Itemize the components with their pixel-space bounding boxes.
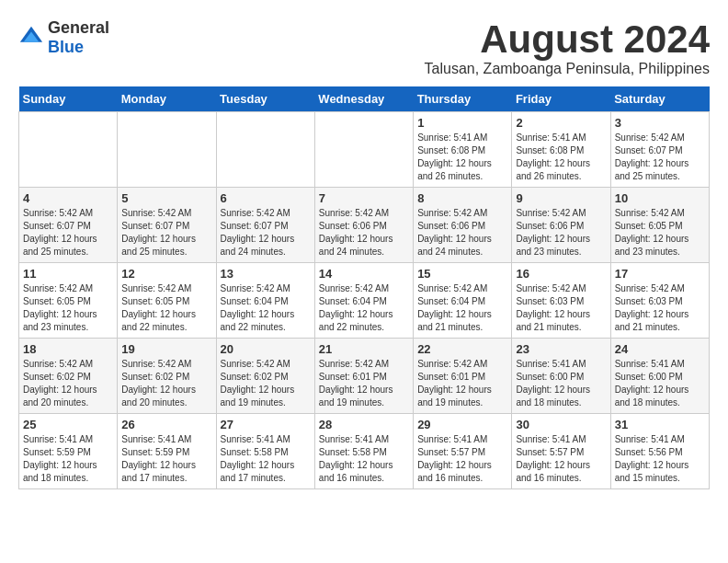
weekday-header-saturday: Saturday	[610, 86, 709, 112]
calendar-cell: 8Sunrise: 5:42 AM Sunset: 6:06 PM Daylig…	[414, 188, 512, 263]
day-number: 25	[23, 418, 113, 431]
weekday-header-sunday: Sunday	[19, 86, 118, 112]
calendar-cell: 9Sunrise: 5:42 AM Sunset: 6:06 PM Daylig…	[512, 188, 610, 263]
calendar-cell: 14Sunrise: 5:42 AM Sunset: 6:04 PM Dayli…	[314, 263, 413, 339]
day-number: 21	[319, 342, 409, 356]
logo-text-blue: Blue	[48, 38, 84, 56]
day-number: 28	[319, 418, 409, 431]
day-info: Sunrise: 5:42 AM Sunset: 6:07 PM Dayligh…	[23, 207, 113, 259]
calendar-cell: 25Sunrise: 5:41 AM Sunset: 5:59 PM Dayli…	[19, 414, 118, 489]
title-section: August 2024 Talusan, Zamboanga Peninsula…	[425, 18, 710, 77]
day-number: 12	[121, 267, 211, 281]
weekday-header-wednesday: Wednesday	[314, 86, 413, 112]
calendar-cell: 22Sunrise: 5:42 AM Sunset: 6:01 PM Dayli…	[414, 339, 512, 414]
day-info: Sunrise: 5:42 AM Sunset: 6:04 PM Dayligh…	[417, 282, 507, 334]
calendar-cell	[19, 112, 118, 188]
day-number: 16	[516, 267, 606, 281]
day-info: Sunrise: 5:42 AM Sunset: 6:01 PM Dayligh…	[417, 358, 507, 409]
calendar-cell: 20Sunrise: 5:42 AM Sunset: 6:02 PM Dayli…	[216, 339, 314, 414]
calendar-cell: 4Sunrise: 5:42 AM Sunset: 6:07 PM Daylig…	[19, 188, 118, 263]
day-number: 17	[615, 267, 705, 281]
calendar-title: August 2024	[425, 18, 710, 61]
day-info: Sunrise: 5:41 AM Sunset: 5:59 PM Dayligh…	[23, 433, 113, 485]
day-info: Sunrise: 5:42 AM Sunset: 6:06 PM Dayligh…	[319, 207, 409, 259]
day-info: Sunrise: 5:42 AM Sunset: 6:07 PM Dayligh…	[615, 132, 705, 183]
calendar-cell: 17Sunrise: 5:42 AM Sunset: 6:03 PM Dayli…	[610, 263, 709, 339]
day-info: Sunrise: 5:42 AM Sunset: 6:02 PM Dayligh…	[221, 358, 311, 409]
day-info: Sunrise: 5:42 AM Sunset: 6:03 PM Dayligh…	[516, 282, 606, 334]
day-info: Sunrise: 5:42 AM Sunset: 6:05 PM Dayligh…	[23, 282, 113, 334]
calendar-cell: 10Sunrise: 5:42 AM Sunset: 6:05 PM Dayli…	[610, 188, 709, 263]
day-number: 30	[516, 418, 606, 431]
calendar-cell: 12Sunrise: 5:42 AM Sunset: 6:05 PM Dayli…	[118, 263, 216, 339]
day-number: 5	[121, 191, 211, 205]
calendar-cell: 13Sunrise: 5:42 AM Sunset: 6:04 PM Dayli…	[216, 263, 314, 339]
day-info: Sunrise: 5:42 AM Sunset: 6:02 PM Dayligh…	[121, 358, 211, 409]
calendar-week-row: 4Sunrise: 5:42 AM Sunset: 6:07 PM Daylig…	[19, 188, 710, 263]
day-number: 20	[221, 342, 311, 356]
calendar-cell: 21Sunrise: 5:42 AM Sunset: 6:01 PM Dayli…	[314, 339, 413, 414]
day-info: Sunrise: 5:42 AM Sunset: 6:02 PM Dayligh…	[23, 358, 113, 409]
day-info: Sunrise: 5:41 AM Sunset: 5:56 PM Dayligh…	[615, 433, 705, 485]
day-info: Sunrise: 5:41 AM Sunset: 6:08 PM Dayligh…	[417, 132, 507, 183]
weekday-header-friday: Friday	[512, 86, 610, 112]
calendar-cell: 26Sunrise: 5:41 AM Sunset: 5:59 PM Dayli…	[118, 414, 216, 489]
calendar-cell: 11Sunrise: 5:42 AM Sunset: 6:05 PM Dayli…	[19, 263, 118, 339]
day-number: 9	[516, 191, 606, 205]
day-info: Sunrise: 5:41 AM Sunset: 5:57 PM Dayligh…	[417, 433, 507, 485]
day-number: 14	[319, 267, 409, 281]
logo-icon	[18, 25, 44, 51]
calendar-cell: 2Sunrise: 5:41 AM Sunset: 6:08 PM Daylig…	[512, 112, 610, 188]
day-info: Sunrise: 5:42 AM Sunset: 6:05 PM Dayligh…	[121, 282, 211, 334]
weekday-header-row: SundayMondayTuesdayWednesdayThursdayFrid…	[19, 86, 710, 112]
day-info: Sunrise: 5:41 AM Sunset: 5:57 PM Dayligh…	[516, 433, 606, 485]
day-number: 6	[221, 191, 311, 205]
day-number: 10	[615, 191, 705, 205]
day-number: 3	[615, 116, 705, 130]
calendar-cell: 27Sunrise: 5:41 AM Sunset: 5:58 PM Dayli…	[216, 414, 314, 489]
calendar-cell: 24Sunrise: 5:41 AM Sunset: 6:00 PM Dayli…	[610, 339, 709, 414]
day-number: 18	[23, 342, 113, 356]
day-number: 19	[121, 342, 211, 356]
calendar-cell	[314, 112, 413, 188]
calendar-cell: 16Sunrise: 5:42 AM Sunset: 6:03 PM Dayli…	[512, 263, 610, 339]
calendar-cell: 7Sunrise: 5:42 AM Sunset: 6:06 PM Daylig…	[314, 188, 413, 263]
day-info: Sunrise: 5:42 AM Sunset: 6:04 PM Dayligh…	[319, 282, 409, 334]
weekday-header-tuesday: Tuesday	[216, 86, 314, 112]
calendar-week-row: 11Sunrise: 5:42 AM Sunset: 6:05 PM Dayli…	[19, 263, 710, 339]
calendar-week-row: 1Sunrise: 5:41 AM Sunset: 6:08 PM Daylig…	[19, 112, 710, 188]
day-info: Sunrise: 5:42 AM Sunset: 6:04 PM Dayligh…	[221, 282, 311, 334]
calendar-cell: 15Sunrise: 5:42 AM Sunset: 6:04 PM Dayli…	[414, 263, 512, 339]
calendar-cell: 19Sunrise: 5:42 AM Sunset: 6:02 PM Dayli…	[118, 339, 216, 414]
calendar-cell: 3Sunrise: 5:42 AM Sunset: 6:07 PM Daylig…	[610, 112, 709, 188]
calendar-cell: 1Sunrise: 5:41 AM Sunset: 6:08 PM Daylig…	[414, 112, 512, 188]
calendar-cell: 28Sunrise: 5:41 AM Sunset: 5:58 PM Dayli…	[314, 414, 413, 489]
calendar-cell	[216, 112, 314, 188]
calendar-cell	[118, 112, 216, 188]
logo-text-general: General	[48, 18, 109, 37]
calendar-cell: 31Sunrise: 5:41 AM Sunset: 5:56 PM Dayli…	[610, 414, 709, 489]
day-info: Sunrise: 5:41 AM Sunset: 6:08 PM Dayligh…	[516, 132, 606, 183]
day-info: Sunrise: 5:42 AM Sunset: 6:06 PM Dayligh…	[417, 207, 507, 259]
day-number: 22	[417, 342, 507, 356]
calendar-cell: 5Sunrise: 5:42 AM Sunset: 6:07 PM Daylig…	[118, 188, 216, 263]
day-number: 27	[221, 418, 311, 431]
day-info: Sunrise: 5:41 AM Sunset: 5:58 PM Dayligh…	[319, 433, 409, 485]
logo: General Blue	[18, 18, 109, 57]
page-header: General Blue August 2024 Talusan, Zamboa…	[18, 18, 710, 77]
calendar-cell: 6Sunrise: 5:42 AM Sunset: 6:07 PM Daylig…	[216, 188, 314, 263]
day-number: 2	[516, 116, 606, 130]
calendar-cell: 29Sunrise: 5:41 AM Sunset: 5:57 PM Dayli…	[414, 414, 512, 489]
day-info: Sunrise: 5:42 AM Sunset: 6:03 PM Dayligh…	[615, 282, 705, 334]
day-number: 7	[319, 191, 409, 205]
calendar-cell: 18Sunrise: 5:42 AM Sunset: 6:02 PM Dayli…	[19, 339, 118, 414]
day-number: 13	[221, 267, 311, 281]
day-number: 8	[417, 191, 507, 205]
day-number: 1	[417, 116, 507, 130]
day-number: 4	[23, 191, 113, 205]
weekday-header-monday: Monday	[118, 86, 216, 112]
day-number: 15	[417, 267, 507, 281]
calendar-week-row: 18Sunrise: 5:42 AM Sunset: 6:02 PM Dayli…	[19, 339, 710, 414]
day-info: Sunrise: 5:41 AM Sunset: 6:00 PM Dayligh…	[516, 358, 606, 409]
day-info: Sunrise: 5:41 AM Sunset: 5:58 PM Dayligh…	[221, 433, 311, 485]
